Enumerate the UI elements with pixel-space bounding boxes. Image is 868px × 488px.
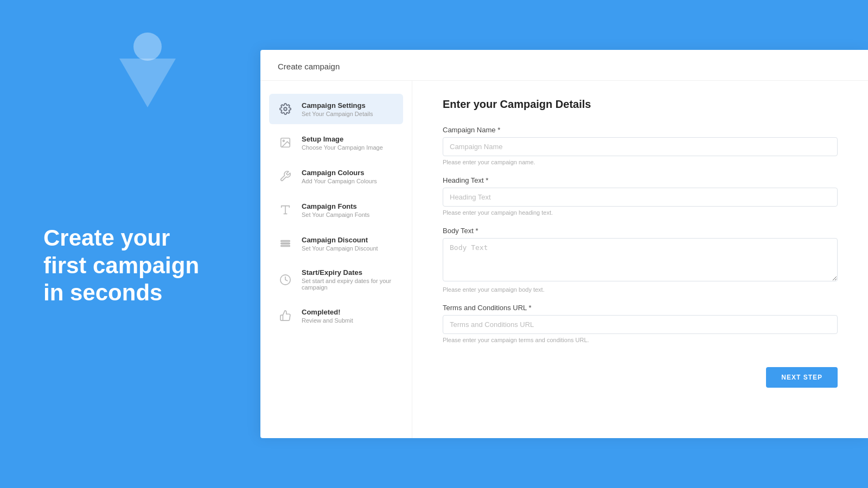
heading-text-group: Heading Text * Please enter your campaig… xyxy=(443,176,838,216)
svg-rect-5 xyxy=(281,243,290,244)
step-campaign-colours-title: Campaign Colours xyxy=(302,169,377,177)
form-footer: NEXT STEP xyxy=(443,367,838,392)
image-icon xyxy=(277,134,294,151)
step-campaign-fonts[interactable]: Campaign Fonts Set Your Campaign Fonts xyxy=(269,195,403,225)
card-body: Campaign Settings Set Your Campaign Deta… xyxy=(260,81,868,438)
body-text-group: Body Text * Please enter your campaign b… xyxy=(443,227,838,293)
wrench-icon xyxy=(277,168,294,185)
steps-sidebar: Campaign Settings Set Your Campaign Deta… xyxy=(260,81,412,438)
step-campaign-settings[interactable]: Campaign Settings Set Your Campaign Deta… xyxy=(269,94,403,124)
hero-text: Create your first campaign in seconds xyxy=(43,224,199,306)
font-icon xyxy=(277,201,294,219)
step-start-expiry[interactable]: Start/Expiry Dates Set start and expiry … xyxy=(269,262,403,297)
form-area: Enter your Campaign Details Campaign Nam… xyxy=(412,81,868,438)
step-campaign-settings-subtitle: Set Your Campaign Details xyxy=(302,111,373,117)
hero-panel: Create your first campaign in seconds xyxy=(0,0,260,488)
logo-circle xyxy=(133,33,162,61)
svg-rect-6 xyxy=(281,241,290,242)
campaign-name-label: Campaign Name * xyxy=(443,126,838,134)
step-campaign-discount-text: Campaign Discount Set Your Campaign Disc… xyxy=(302,236,378,252)
step-campaign-settings-title: Campaign Settings xyxy=(302,101,373,110)
step-start-expiry-text: Start/Expiry Dates Set start and expiry … xyxy=(302,268,395,291)
heading-text-label: Heading Text * xyxy=(443,176,838,184)
svg-point-0 xyxy=(284,107,287,111)
step-campaign-colours-subtitle: Add Your Campaign Colours xyxy=(302,178,377,184)
terms-url-hint: Please enter your campaign terms and con… xyxy=(443,337,838,343)
step-campaign-discount-subtitle: Set Your Campaign Discount xyxy=(302,245,378,252)
step-campaign-fonts-title: Campaign Fonts xyxy=(302,202,369,210)
step-setup-image[interactable]: Setup Image Choose Your Campaign Image xyxy=(269,127,403,158)
step-campaign-colours-text: Campaign Colours Add Your Campaign Colou… xyxy=(302,169,377,184)
card-header: Create campaign xyxy=(260,50,868,81)
heading-text-input[interactable] xyxy=(443,188,838,207)
step-completed-title: Completed! xyxy=(302,308,353,316)
campaign-name-hint: Please enter your campaign name. xyxy=(443,159,838,165)
tag-icon xyxy=(277,235,294,252)
step-campaign-discount-title: Campaign Discount xyxy=(302,236,378,244)
step-start-expiry-subtitle: Set start and expiry dates for your camp… xyxy=(302,278,395,291)
terms-url-label: Terms and Conditions URL * xyxy=(443,304,838,312)
step-campaign-colours[interactable]: Campaign Colours Add Your Campaign Colou… xyxy=(269,161,403,191)
terms-url-group: Terms and Conditions URL * Please enter … xyxy=(443,304,838,343)
svg-point-2 xyxy=(283,140,284,142)
card-title: Create campaign xyxy=(278,62,340,71)
heading-text-hint: Please enter your campaign heading text. xyxy=(443,209,838,216)
step-completed[interactable]: Completed! Review and Submit xyxy=(269,300,403,331)
body-text-input[interactable] xyxy=(443,238,838,281)
logo-triangle xyxy=(119,59,176,107)
step-setup-image-subtitle: Choose Your Campaign Image xyxy=(302,144,383,151)
logo xyxy=(119,33,176,107)
step-campaign-fonts-text: Campaign Fonts Set Your Campaign Fonts xyxy=(302,202,369,218)
gear-icon xyxy=(277,100,294,118)
step-campaign-fonts-subtitle: Set Your Campaign Fonts xyxy=(302,211,369,218)
campaign-name-input[interactable] xyxy=(443,137,838,156)
form-heading: Enter your Campaign Details xyxy=(443,98,838,111)
step-setup-image-text: Setup Image Choose Your Campaign Image xyxy=(302,135,383,151)
step-setup-image-title: Setup Image xyxy=(302,135,383,143)
campaign-name-group: Campaign Name * Please enter your campai… xyxy=(443,126,838,165)
step-campaign-discount[interactable]: Campaign Discount Set Your Campaign Disc… xyxy=(269,228,403,259)
main-card: Create campaign Campaign Settings Set Yo… xyxy=(260,50,868,438)
step-start-expiry-title: Start/Expiry Dates xyxy=(302,268,395,277)
terms-url-input[interactable] xyxy=(443,315,838,334)
step-completed-subtitle: Review and Submit xyxy=(302,317,353,324)
thumbsup-icon xyxy=(277,307,294,324)
body-text-hint: Please enter your campaign body text. xyxy=(443,286,838,293)
step-campaign-settings-text: Campaign Settings Set Your Campaign Deta… xyxy=(302,101,373,117)
next-step-button[interactable]: NEXT STEP xyxy=(766,367,838,388)
svg-rect-7 xyxy=(281,246,290,247)
clock-icon xyxy=(277,271,294,288)
step-completed-text: Completed! Review and Submit xyxy=(302,308,353,324)
body-text-label: Body Text * xyxy=(443,227,838,235)
